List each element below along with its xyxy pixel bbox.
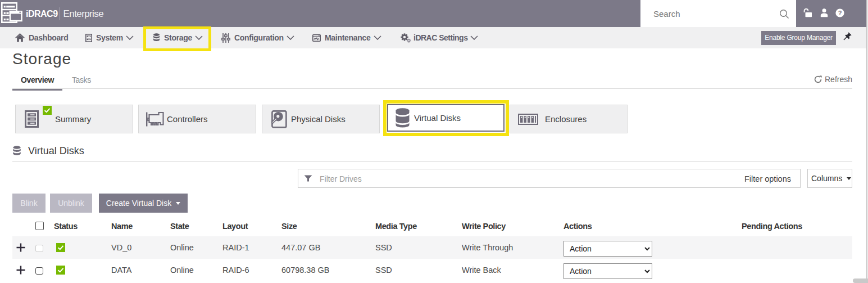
svg-text:?: ? [838,10,842,16]
